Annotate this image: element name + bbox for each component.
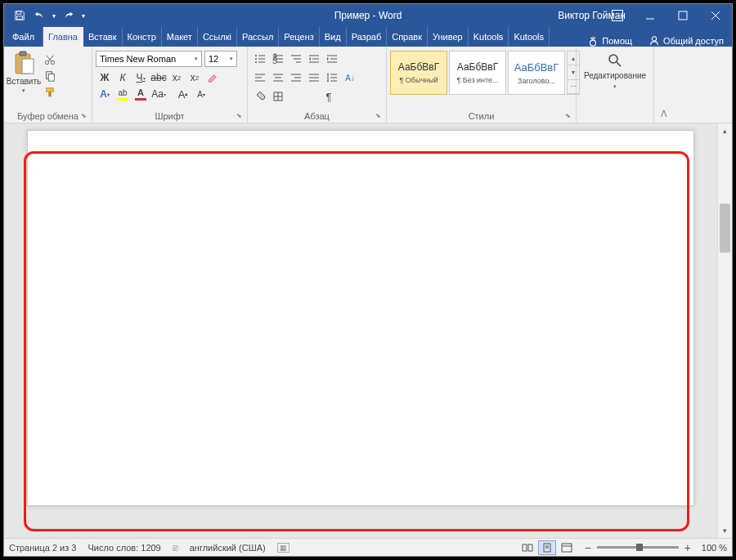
align-left-button[interactable]	[251, 69, 269, 86]
strikethrough-button[interactable]: abc	[150, 69, 168, 86]
svg-line-9	[594, 38, 595, 40]
tab-kutools2[interactable]: Kutools	[509, 27, 550, 47]
word-window: ▾ ▾ Пример - Word Виктор Гойман Файл Гла…	[3, 3, 733, 557]
paste-button[interactable]: Вставить ▾	[7, 51, 40, 94]
styles-launcher[interactable]: ⬊	[565, 112, 573, 120]
decrease-indent-button[interactable]	[305, 51, 323, 67]
save-icon[interactable]	[11, 7, 29, 25]
shrink-font-button[interactable]: A▾	[192, 86, 210, 102]
svg-point-15	[51, 60, 54, 64]
scroll-thumb[interactable]	[720, 204, 730, 253]
font-color-button[interactable]: A	[132, 86, 150, 102]
underline-button[interactable]: Ч▾	[132, 69, 150, 86]
word-count[interactable]: Число слов: 1209	[88, 543, 160, 553]
tab-home[interactable]: Главна	[43, 27, 83, 47]
tab-help[interactable]: Справк	[387, 27, 428, 47]
editing-button[interactable]: Редактирование ▾	[580, 48, 650, 90]
font-size-combo[interactable]: 12▾	[204, 51, 237, 67]
tab-view[interactable]: Вид	[320, 27, 347, 47]
clipboard-label: Буфер обмена	[17, 111, 79, 121]
share-button[interactable]: Общий доступ	[640, 35, 732, 47]
quick-access-toolbar: ▾ ▾	[4, 7, 88, 25]
tell-me[interactable]: Помощ	[579, 35, 640, 47]
bullets-button[interactable]	[251, 51, 269, 67]
format-painter-icon[interactable]	[42, 85, 58, 100]
increase-indent-button[interactable]	[323, 51, 341, 67]
highlight-button[interactable]: ab	[114, 86, 132, 102]
ribbon-options-icon[interactable]	[601, 4, 634, 27]
style-heading-name: Заголово...	[510, 77, 563, 85]
scroll-up-button[interactable]: ▴	[718, 123, 732, 138]
font-launcher[interactable]: ⬊	[236, 112, 245, 120]
show-marks-button[interactable]: ¶	[320, 88, 338, 105]
scroll-down-button[interactable]: ▾	[718, 523, 732, 538]
style-heading1[interactable]: АаБбВвГ Заголово...	[508, 51, 565, 95]
shading-button[interactable]	[251, 88, 269, 105]
group-font: Times New Roman▾ 12▾ Ж К Ч▾ abc x2 x2 A▾…	[92, 47, 248, 123]
grow-font-button[interactable]: A▴	[174, 86, 192, 102]
tab-review[interactable]: Реценз	[279, 27, 319, 47]
tab-design[interactable]: Констр	[123, 27, 162, 47]
line-spacing-button[interactable]	[323, 69, 341, 86]
undo-dropdown[interactable]: ▾	[50, 12, 58, 20]
font-name-combo[interactable]: Times New Roman▾	[96, 51, 202, 67]
web-layout-button[interactable]	[558, 540, 576, 555]
close-button[interactable]	[699, 4, 732, 27]
collapse-ribbon-button[interactable]: ᐱ	[654, 47, 674, 123]
scroll-track[interactable]	[718, 138, 732, 523]
maximize-button[interactable]	[666, 4, 699, 27]
tab-file[interactable]: Файл	[4, 27, 43, 47]
clipboard-launcher[interactable]: ⬊	[81, 112, 89, 120]
vertical-scrollbar[interactable]: ▴ ▾	[717, 123, 732, 538]
text-effects-button[interactable]: A▾	[96, 86, 114, 102]
svg-line-8	[591, 38, 593, 40]
borders-button[interactable]	[269, 88, 287, 105]
align-center-button[interactable]	[269, 69, 287, 86]
zoom-out-button[interactable]: −	[582, 541, 594, 554]
print-layout-button[interactable]	[538, 540, 556, 555]
align-right-button[interactable]	[287, 69, 305, 86]
spellcheck-icon[interactable]: ⎚	[173, 543, 178, 553]
sort-button[interactable]: A↓	[341, 69, 359, 86]
clear-format-icon[interactable]	[204, 69, 222, 86]
multilevel-button[interactable]	[287, 51, 305, 67]
page-container	[4, 123, 717, 538]
language-indicator[interactable]: английский (США)	[190, 543, 266, 553]
bold-button[interactable]: Ж	[96, 69, 114, 86]
qat-customize[interactable]: ▾	[79, 12, 88, 20]
svg-line-62	[617, 62, 621, 66]
cut-icon[interactable]	[42, 52, 58, 67]
share-label: Общий доступ	[663, 36, 724, 46]
zoom-slider[interactable]	[597, 546, 679, 549]
paragraph-launcher[interactable]: ⬊	[375, 112, 384, 120]
tab-developer[interactable]: Разраб	[347, 27, 388, 47]
editing-label: Редактирование	[584, 71, 646, 80]
change-case-button[interactable]: Aa▾	[150, 86, 168, 102]
window-title: Пример - Word	[334, 10, 402, 21]
svg-rect-0	[17, 11, 21, 15]
superscript-button[interactable]: x2	[186, 69, 204, 86]
zoom-in-button[interactable]: +	[682, 541, 693, 554]
macro-icon[interactable]: ▦	[277, 543, 289, 553]
tab-layout[interactable]: Макет	[162, 27, 198, 47]
zoom-value[interactable]: 100 %	[702, 543, 727, 553]
style-normal[interactable]: АаБбВвГ ¶ Обычный	[390, 51, 447, 95]
copy-icon[interactable]	[42, 69, 58, 83]
tab-references[interactable]: Ссылкі	[198, 27, 237, 47]
document-page[interactable]	[27, 130, 694, 506]
page-indicator[interactable]: Страница 2 из 3	[9, 543, 76, 553]
subscript-button[interactable]: x2	[168, 69, 186, 86]
redo-icon[interactable]	[60, 7, 78, 25]
undo-icon[interactable]	[30, 7, 48, 25]
tab-univer[interactable]: Универ	[428, 27, 469, 47]
style-nospacing[interactable]: АаБбВвГ ¶ Без инте...	[449, 51, 506, 95]
justify-button[interactable]	[305, 69, 323, 86]
italic-button[interactable]: К	[114, 69, 132, 86]
svg-point-6	[590, 40, 596, 46]
minimize-button[interactable]	[634, 4, 666, 27]
read-mode-button[interactable]	[518, 540, 536, 555]
tab-insert[interactable]: Вставк	[83, 27, 123, 47]
numbering-button[interactable]: 123	[269, 51, 287, 67]
tab-mailings[interactable]: Рассыл	[237, 27, 279, 47]
tab-kutools1[interactable]: Kutools	[469, 27, 509, 47]
